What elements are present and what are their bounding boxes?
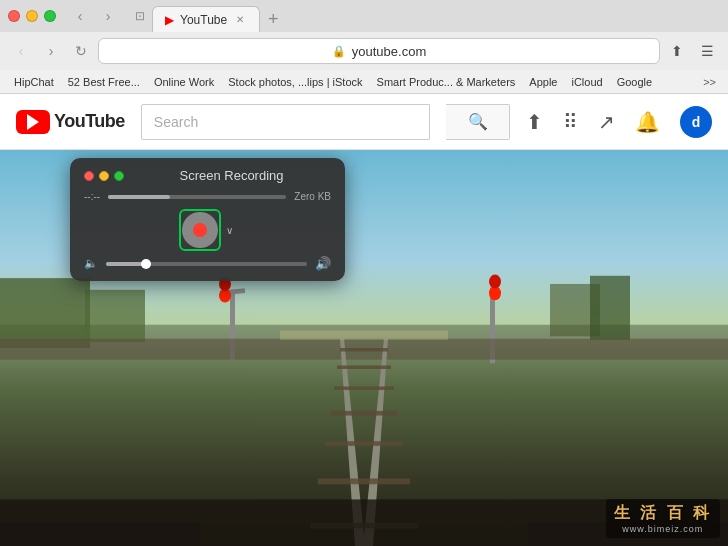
- green-highlight: [179, 209, 221, 251]
- volume-slider-fill: [106, 262, 146, 266]
- address-bar-row: ‹ › ↻ 🔒 youtube.com ⬆ ☰: [0, 32, 728, 70]
- address-field[interactable]: 🔒 youtube.com: [98, 38, 660, 64]
- panel-zoom-dot[interactable]: [114, 171, 124, 181]
- browser-window: ‹ › ⊡ ▶ YouTube ✕ + ‹ › ↻ 🔒 youtube.com …: [0, 0, 728, 546]
- svg-rect-18: [337, 365, 391, 368]
- lock-icon: 🔒: [332, 45, 346, 58]
- addr-forward-button[interactable]: ›: [38, 38, 64, 64]
- forward-button[interactable]: ›: [96, 4, 120, 28]
- panel-dots: [84, 171, 124, 181]
- tab-favicon: ▶: [165, 13, 174, 27]
- progress-timer: --:--: [84, 191, 100, 202]
- bookmark-apple[interactable]: Apple: [523, 74, 563, 90]
- record-button[interactable]: [182, 212, 218, 248]
- volume-high-icon: 🔊: [315, 256, 331, 271]
- panel-minimize-dot[interactable]: [99, 171, 109, 181]
- yt-right-icons: ⬆ ⠿ ↗ 🔔 d: [526, 106, 712, 138]
- progress-bar-fill: [108, 195, 170, 199]
- svg-rect-19: [334, 386, 394, 389]
- maximize-button[interactable]: [44, 10, 56, 22]
- svg-rect-3: [0, 278, 90, 348]
- apps-icon[interactable]: ⠿: [563, 110, 578, 134]
- share-icon[interactable]: ⬆: [664, 38, 690, 64]
- bookmark-istock[interactable]: Stock photos, ...lips | iStock: [222, 74, 368, 90]
- addr-right-icons: ⬆ ☰: [664, 38, 720, 64]
- back-button[interactable]: ‹: [68, 4, 92, 28]
- screen-recording-panel: Screen Recording --:-- Zero KB: [70, 158, 345, 281]
- svg-rect-4: [85, 290, 145, 342]
- svg-rect-17: [340, 348, 388, 351]
- bookmark-smart-produc[interactable]: Smart Produc... & Marketers: [371, 74, 522, 90]
- user-avatar[interactable]: d: [680, 106, 712, 138]
- bookmarks-bar: HipChat 52 Best Free... Online Work Stoc…: [0, 70, 728, 94]
- svg-rect-20: [330, 411, 398, 416]
- bookmark-google[interactable]: Google: [611, 74, 658, 90]
- bookmark-hipchat[interactable]: HipChat: [8, 74, 60, 90]
- watermark-sub: www.bimeiz.com: [614, 524, 712, 534]
- more-bookmarks-button[interactable]: >>: [699, 74, 720, 90]
- search-input[interactable]: Search: [141, 104, 430, 140]
- watermark-text: 生 活 百 科: [614, 503, 712, 524]
- notifications-icon[interactable]: 🔔: [635, 110, 660, 134]
- window-controls: [8, 10, 56, 22]
- reload-button[interactable]: ↻: [68, 38, 94, 64]
- volume-row: 🔈 🔊: [84, 256, 331, 271]
- youtube-logo[interactable]: YouTube: [16, 110, 125, 134]
- tab-close-button[interactable]: ✕: [233, 13, 247, 27]
- volume-slider[interactable]: [106, 262, 307, 266]
- addr-back-button[interactable]: ‹: [8, 38, 34, 64]
- svg-rect-24: [280, 331, 448, 340]
- tab-title: YouTube: [180, 13, 227, 27]
- bookmark-52best[interactable]: 52 Best Free...: [62, 74, 146, 90]
- record-btn-container: ∨: [182, 212, 233, 248]
- active-tab[interactable]: ▶ YouTube ✕: [152, 6, 260, 32]
- new-tab-button[interactable]: +: [260, 6, 286, 32]
- nav-arrows: ‹ ›: [68, 4, 120, 28]
- record-btn-row: ∨: [84, 212, 331, 248]
- youtube-nav: YouTube Search 🔍 ⬆ ⠿ ↗ 🔔 d: [0, 94, 728, 150]
- svg-rect-6: [590, 276, 630, 340]
- upload-icon[interactable]: ⬆: [526, 110, 543, 134]
- reading-list-icon[interactable]: ☰: [694, 38, 720, 64]
- search-icon: 🔍: [468, 112, 488, 131]
- close-button[interactable]: [8, 10, 20, 22]
- volume-low-icon: 🔈: [84, 257, 98, 270]
- panel-title-bar: Screen Recording: [84, 168, 331, 183]
- bookmark-icloud[interactable]: iCloud: [565, 74, 608, 90]
- youtube-logo-text: YouTube: [54, 111, 125, 132]
- tab-area: ▶ YouTube ✕ +: [152, 0, 720, 32]
- panel-close-dot[interactable]: [84, 171, 94, 181]
- search-placeholder: Search: [154, 114, 198, 130]
- bookmark-online-work[interactable]: Online Work: [148, 74, 220, 90]
- avatar-letter: d: [692, 114, 701, 130]
- panel-title: Screen Recording: [132, 168, 331, 183]
- progress-bar: [108, 195, 286, 199]
- volume-slider-thumb: [141, 259, 151, 269]
- progress-row: --:-- Zero KB: [84, 191, 331, 202]
- search-button[interactable]: 🔍: [446, 104, 510, 140]
- show-all-tabs-button[interactable]: ⊡: [128, 4, 152, 28]
- svg-rect-22: [318, 478, 410, 484]
- minimize-button[interactable]: [26, 10, 38, 22]
- svg-point-13: [489, 275, 501, 289]
- video-background: 生 活 百 科 www.bimeiz.com Screen Recording …: [0, 150, 728, 546]
- video-container: 生 活 百 科 www.bimeiz.com Screen Recording …: [0, 150, 728, 546]
- chevron-down-icon[interactable]: ∨: [226, 225, 233, 236]
- share-icon[interactable]: ↗: [598, 110, 615, 134]
- watermark: 生 活 百 科 www.bimeiz.com: [606, 499, 720, 538]
- play-triangle-icon: [27, 114, 39, 130]
- svg-rect-21: [325, 441, 403, 446]
- svg-rect-26: [0, 523, 200, 546]
- title-bar: ‹ › ⊡ ▶ YouTube ✕ +: [0, 0, 728, 32]
- progress-size: Zero KB: [294, 191, 331, 202]
- youtube-logo-icon: [16, 110, 50, 134]
- url-text: youtube.com: [352, 44, 426, 59]
